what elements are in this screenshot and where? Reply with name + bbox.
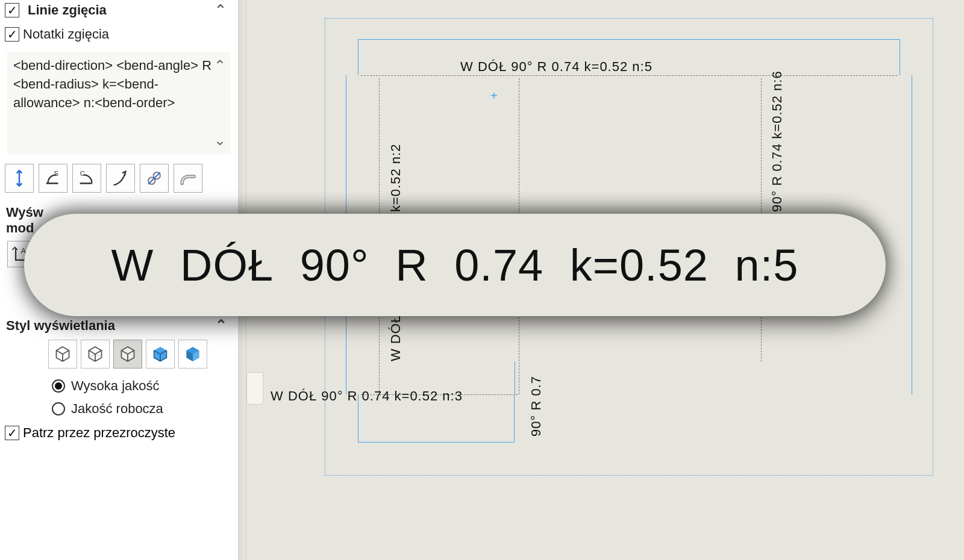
bend-note: W DÓŁ 90° R 0.74 k=0.52 n:5 <box>460 59 653 75</box>
style-shaded-edges[interactable] <box>146 340 175 369</box>
bend-notes-label: Notatki zgięcia <box>23 26 109 42</box>
bend-line <box>361 75 897 76</box>
bend-note: W DÓŁ 90° R 0.74 k=0.52 n:3 <box>271 388 463 404</box>
bend-note: k=0.52 n:2 <box>388 144 404 212</box>
collapse-icon[interactable]: ⌃ <box>215 317 227 334</box>
style-hidden-removed[interactable] <box>113 340 142 369</box>
bend-note-template-field[interactable]: ⌃ <bend-direction> <bend-angle> R <bend-… <box>7 52 231 154</box>
tool-radius[interactable] <box>106 164 135 193</box>
zoom-callout: W DÓŁ 90° R 0.74 k=0.52 n:5 <box>24 214 886 316</box>
display-style-buttons <box>0 335 238 375</box>
tool-supplementary[interactable]: S <box>39 164 67 193</box>
template-text: <bend-direction> <bend-angle> R <bend-ra… <box>13 58 211 110</box>
quality-draft-row[interactable]: Jakość robocza <box>0 397 238 420</box>
callout-text: W DÓŁ 90° R 0.74 k=0.52 n:5 <box>111 240 799 291</box>
see-through-row[interactable]: Patrz przez przezroczyste <box>0 420 238 446</box>
tool-order[interactable] <box>174 164 202 193</box>
origin-mark: + <box>490 89 498 103</box>
collapse-icon[interactable]: ⌃ <box>214 1 227 20</box>
bend-lines-label: Linie zgięcia <box>28 2 107 18</box>
quality-high-radio[interactable] <box>52 379 65 393</box>
svg-text:S: S <box>54 170 58 177</box>
style-wireframe[interactable] <box>48 340 77 369</box>
display-style-title: Styl wyświetlania ⌃ <box>0 314 238 335</box>
bend-notes-checkbox[interactable] <box>5 27 19 42</box>
bend-note-toolbar: S C <box>0 160 238 201</box>
tool-complementary[interactable]: C <box>72 164 101 193</box>
bend-note: W DÓŁ <box>388 315 404 361</box>
scroll-up-icon[interactable]: ⌃ <box>214 55 226 76</box>
bend-notes-row[interactable]: Notatki zgięcia <box>0 20 238 48</box>
tool-allowance[interactable] <box>140 164 169 193</box>
svg-text:C: C <box>80 170 85 177</box>
quality-draft-radio[interactable] <box>52 402 65 415</box>
style-shaded[interactable] <box>178 340 207 369</box>
style-hidden-visible[interactable] <box>81 340 110 369</box>
flat-outline <box>515 361 522 394</box>
bend-lines-checkbox[interactable] <box>5 3 19 17</box>
see-through-checkbox[interactable] <box>5 426 19 440</box>
bend-lines-header[interactable]: Linie zgięcia ⌃ <box>0 0 238 20</box>
bend-note: 90° R 0.74 k=0.52 n:6 <box>769 70 785 212</box>
quality-high-row[interactable]: Wysoka jakość <box>0 375 238 397</box>
bend-note: 90° R 0.7 <box>528 376 544 437</box>
tool-direction[interactable] <box>5 164 34 193</box>
panel-tab[interactable] <box>246 372 263 405</box>
scroll-down-icon[interactable]: ⌄ <box>214 130 226 151</box>
